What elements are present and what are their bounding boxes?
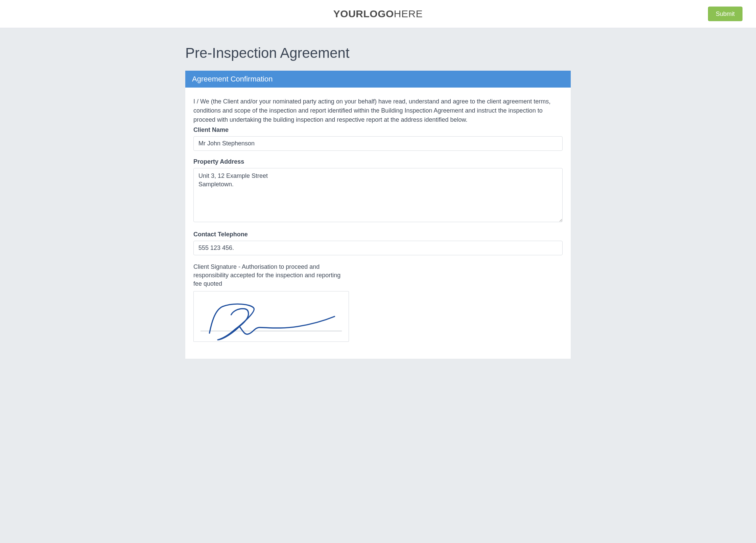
logo: YOURLOGOHERE	[333, 8, 423, 20]
client-name-label: Client Name	[193, 126, 563, 134]
contact-telephone-group: Contact Telephone	[193, 231, 563, 255]
page-title: Pre-Inspection Agreement	[185, 45, 571, 61]
property-address-input[interactable]	[193, 168, 563, 222]
main-container: Pre-Inspection Agreement Agreement Confi…	[179, 28, 577, 359]
signature-group: Client Signature - Authorisation to proc…	[193, 263, 563, 342]
client-name-group: Client Name	[193, 126, 563, 151]
logo-light: HERE	[394, 8, 423, 19]
signature-label: Client Signature - Authorisation to proc…	[193, 263, 349, 288]
client-name-input[interactable]	[193, 136, 563, 151]
submit-button[interactable]: Submit	[708, 7, 742, 21]
panel-body: I / We (the Client and/or your nominated…	[185, 88, 571, 359]
agreement-intro-text: I / We (the Client and/or your nominated…	[193, 97, 563, 124]
logo-bold: YOURLOGO	[333, 8, 394, 19]
contact-telephone-label: Contact Telephone	[193, 231, 563, 238]
contact-telephone-input[interactable]	[193, 241, 563, 255]
page-header: YOURLOGOHERE Submit	[0, 0, 756, 28]
signature-pad[interactable]	[193, 291, 349, 342]
signature-drawing	[194, 291, 349, 341]
agreement-panel: Agreement Confirmation I / We (the Clien…	[185, 71, 571, 359]
panel-header: Agreement Confirmation	[185, 71, 571, 88]
property-address-label: Property Address	[193, 158, 563, 165]
property-address-group: Property Address	[193, 158, 563, 223]
